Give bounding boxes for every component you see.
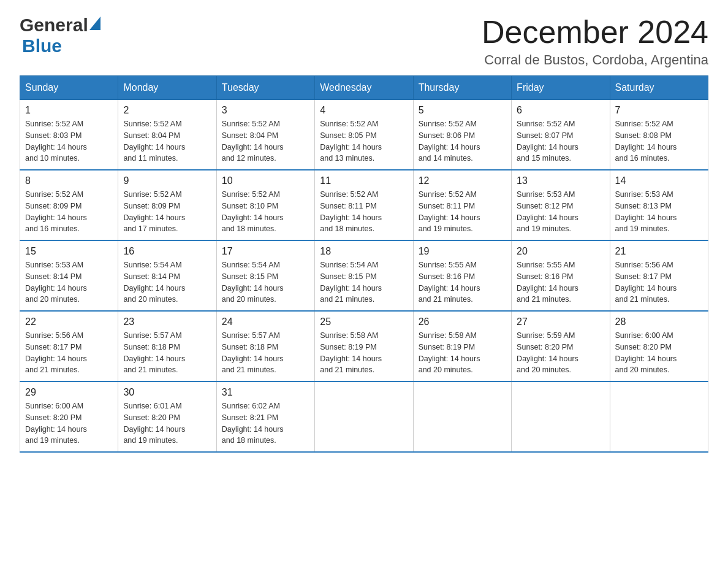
- weekday-header-row: SundayMondayTuesdayWednesdayThursdayFrid…: [20, 76, 708, 100]
- day-number: 13: [517, 175, 604, 186]
- page-header: General Blue December 2024 Corral de Bus…: [20, 15, 708, 68]
- day-number: 3: [222, 105, 309, 116]
- day-info: Sunrise: 5:56 AMSunset: 8:17 PMDaylight:…: [25, 330, 113, 376]
- day-info: Sunrise: 5:57 AMSunset: 8:18 PMDaylight:…: [222, 330, 309, 376]
- day-number: 24: [222, 316, 309, 327]
- day-info: Sunrise: 5:58 AMSunset: 8:19 PMDaylight:…: [320, 330, 408, 376]
- calendar-day-cell: 16Sunrise: 5:54 AMSunset: 8:14 PMDayligh…: [118, 240, 216, 311]
- calendar-day-cell: 11Sunrise: 5:52 AMSunset: 8:11 PMDayligh…: [315, 170, 413, 240]
- day-number: 2: [123, 105, 211, 116]
- day-number: 11: [320, 175, 408, 186]
- calendar-day-cell: 20Sunrise: 5:55 AMSunset: 8:16 PMDayligh…: [512, 240, 610, 311]
- calendar-day-cell: 27Sunrise: 5:59 AMSunset: 8:20 PMDayligh…: [512, 311, 610, 381]
- day-info: Sunrise: 5:52 AMSunset: 8:11 PMDaylight:…: [320, 189, 408, 235]
- calendar-day-cell: 10Sunrise: 5:52 AMSunset: 8:10 PMDayligh…: [216, 170, 314, 240]
- calendar-week-row: 8Sunrise: 5:52 AMSunset: 8:09 PMDaylight…: [20, 170, 708, 240]
- day-number: 19: [419, 246, 506, 257]
- day-info: Sunrise: 5:52 AMSunset: 8:09 PMDaylight:…: [123, 189, 211, 235]
- empty-day-cell: [315, 381, 413, 452]
- weekday-header-wednesday: Wednesday: [315, 76, 413, 100]
- day-number: 27: [517, 316, 604, 327]
- weekday-header-sunday: Sunday: [20, 76, 118, 100]
- calendar-day-cell: 14Sunrise: 5:53 AMSunset: 8:13 PMDayligh…: [610, 170, 708, 240]
- day-info: Sunrise: 5:52 AMSunset: 8:09 PMDaylight:…: [25, 189, 113, 235]
- logo-general-text: General: [20, 15, 88, 36]
- day-number: 30: [123, 387, 211, 398]
- calendar-day-cell: 17Sunrise: 5:54 AMSunset: 8:15 PMDayligh…: [216, 240, 314, 311]
- day-number: 1: [25, 105, 113, 116]
- day-number: 26: [419, 316, 506, 327]
- calendar-day-cell: 29Sunrise: 6:00 AMSunset: 8:20 PMDayligh…: [20, 381, 118, 452]
- day-number: 29: [25, 387, 113, 398]
- day-info: Sunrise: 5:54 AMSunset: 8:15 PMDaylight:…: [320, 259, 408, 305]
- day-info: Sunrise: 6:00 AMSunset: 8:20 PMDaylight:…: [25, 400, 113, 446]
- calendar-week-row: 22Sunrise: 5:56 AMSunset: 8:17 PMDayligh…: [20, 311, 708, 381]
- day-info: Sunrise: 5:52 AMSunset: 8:05 PMDaylight:…: [320, 118, 408, 164]
- calendar-day-cell: 21Sunrise: 5:56 AMSunset: 8:17 PMDayligh…: [610, 240, 708, 311]
- calendar-day-cell: 31Sunrise: 6:02 AMSunset: 8:21 PMDayligh…: [216, 381, 314, 452]
- calendar-day-cell: 9Sunrise: 5:52 AMSunset: 8:09 PMDaylight…: [118, 170, 216, 240]
- calendar-table: SundayMondayTuesdayWednesdayThursdayFrid…: [20, 75, 708, 453]
- calendar-day-cell: 13Sunrise: 5:53 AMSunset: 8:12 PMDayligh…: [512, 170, 610, 240]
- weekday-header-monday: Monday: [118, 76, 216, 100]
- empty-day-cell: [413, 381, 511, 452]
- calendar-week-row: 29Sunrise: 6:00 AMSunset: 8:20 PMDayligh…: [20, 381, 708, 452]
- day-number: 15: [25, 246, 113, 257]
- calendar-day-cell: 24Sunrise: 5:57 AMSunset: 8:18 PMDayligh…: [216, 311, 314, 381]
- calendar-day-cell: 26Sunrise: 5:58 AMSunset: 8:19 PMDayligh…: [413, 311, 511, 381]
- day-number: 28: [615, 316, 703, 327]
- day-info: Sunrise: 5:59 AMSunset: 8:20 PMDaylight:…: [517, 330, 604, 376]
- calendar-week-row: 1Sunrise: 5:52 AMSunset: 8:03 PMDaylight…: [20, 100, 708, 170]
- day-info: Sunrise: 5:52 AMSunset: 8:04 PMDaylight:…: [222, 118, 309, 164]
- logo: General Blue: [20, 15, 102, 56]
- day-number: 8: [25, 175, 113, 186]
- calendar-day-cell: 1Sunrise: 5:52 AMSunset: 8:03 PMDaylight…: [20, 100, 118, 170]
- calendar-day-cell: 3Sunrise: 5:52 AMSunset: 8:04 PMDaylight…: [216, 100, 314, 170]
- day-info: Sunrise: 5:52 AMSunset: 8:10 PMDaylight:…: [222, 189, 309, 235]
- day-info: Sunrise: 5:56 AMSunset: 8:17 PMDaylight:…: [615, 259, 703, 305]
- day-info: Sunrise: 5:52 AMSunset: 8:04 PMDaylight:…: [123, 118, 211, 164]
- calendar-day-cell: 19Sunrise: 5:55 AMSunset: 8:16 PMDayligh…: [413, 240, 511, 311]
- day-number: 22: [25, 316, 113, 327]
- calendar-day-cell: 2Sunrise: 5:52 AMSunset: 8:04 PMDaylight…: [118, 100, 216, 170]
- day-info: Sunrise: 5:52 AMSunset: 8:08 PMDaylight:…: [615, 118, 703, 164]
- day-info: Sunrise: 6:02 AMSunset: 8:21 PMDaylight:…: [222, 400, 309, 446]
- day-number: 25: [320, 316, 408, 327]
- calendar-day-cell: 12Sunrise: 5:52 AMSunset: 8:11 PMDayligh…: [413, 170, 511, 240]
- location-title: Corral de Bustos, Cordoba, Argentina: [482, 52, 708, 68]
- day-info: Sunrise: 5:53 AMSunset: 8:12 PMDaylight:…: [517, 189, 604, 235]
- day-info: Sunrise: 6:01 AMSunset: 8:20 PMDaylight:…: [123, 400, 211, 446]
- day-number: 12: [419, 175, 506, 186]
- weekday-header-thursday: Thursday: [413, 76, 511, 100]
- day-info: Sunrise: 6:00 AMSunset: 8:20 PMDaylight:…: [615, 330, 703, 376]
- day-number: 18: [320, 246, 408, 257]
- logo-blue-text: Blue: [22, 36, 62, 56]
- calendar-day-cell: 18Sunrise: 5:54 AMSunset: 8:15 PMDayligh…: [315, 240, 413, 311]
- day-info: Sunrise: 5:58 AMSunset: 8:19 PMDaylight:…: [419, 330, 506, 376]
- calendar-day-cell: 28Sunrise: 6:00 AMSunset: 8:20 PMDayligh…: [610, 311, 708, 381]
- day-number: 23: [123, 316, 211, 327]
- calendar-day-cell: 25Sunrise: 5:58 AMSunset: 8:19 PMDayligh…: [315, 311, 413, 381]
- day-number: 9: [123, 175, 211, 186]
- empty-day-cell: [610, 381, 708, 452]
- day-number: 17: [222, 246, 309, 257]
- calendar-day-cell: 22Sunrise: 5:56 AMSunset: 8:17 PMDayligh…: [20, 311, 118, 381]
- calendar-day-cell: 5Sunrise: 5:52 AMSunset: 8:06 PMDaylight…: [413, 100, 511, 170]
- day-info: Sunrise: 5:54 AMSunset: 8:14 PMDaylight:…: [123, 259, 211, 305]
- day-info: Sunrise: 5:57 AMSunset: 8:18 PMDaylight:…: [123, 330, 211, 376]
- day-number: 10: [222, 175, 309, 186]
- day-number: 16: [123, 246, 211, 257]
- day-number: 31: [222, 387, 309, 398]
- day-number: 5: [419, 105, 506, 116]
- calendar-day-cell: 8Sunrise: 5:52 AMSunset: 8:09 PMDaylight…: [20, 170, 118, 240]
- day-info: Sunrise: 5:53 AMSunset: 8:14 PMDaylight:…: [25, 259, 113, 305]
- day-number: 6: [517, 105, 604, 116]
- day-info: Sunrise: 5:52 AMSunset: 8:03 PMDaylight:…: [25, 118, 113, 164]
- calendar-day-cell: 7Sunrise: 5:52 AMSunset: 8:08 PMDaylight…: [610, 100, 708, 170]
- day-number: 14: [615, 175, 703, 186]
- calendar-day-cell: 30Sunrise: 6:01 AMSunset: 8:20 PMDayligh…: [118, 381, 216, 452]
- weekday-header-friday: Friday: [512, 76, 610, 100]
- calendar-week-row: 15Sunrise: 5:53 AMSunset: 8:14 PMDayligh…: [20, 240, 708, 311]
- day-number: 4: [320, 105, 408, 116]
- weekday-header-saturday: Saturday: [610, 76, 708, 100]
